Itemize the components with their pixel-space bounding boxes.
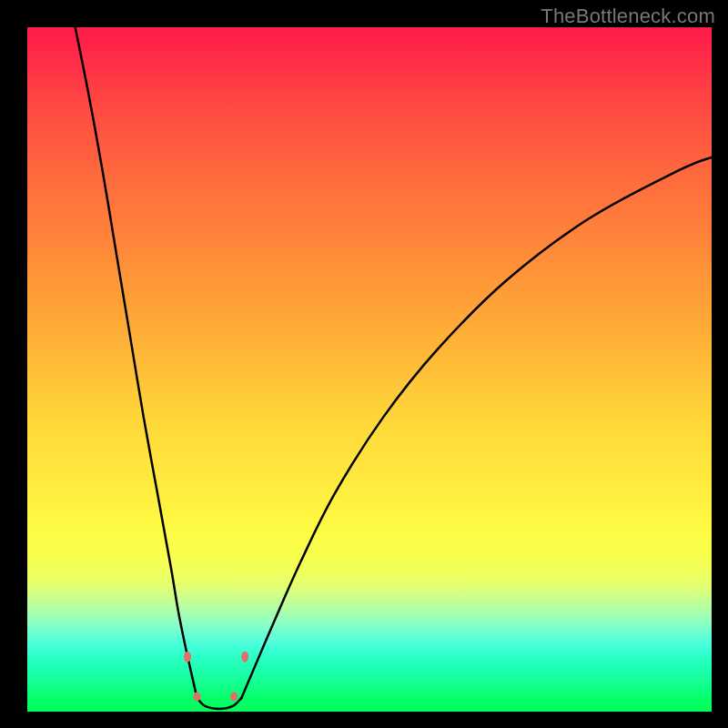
curve-marker bbox=[184, 652, 191, 662]
curve-marker bbox=[193, 692, 200, 701]
plot-area bbox=[27, 27, 712, 712]
left-curve bbox=[76, 27, 197, 698]
curve-layer bbox=[27, 27, 712, 712]
marker-group bbox=[184, 652, 248, 702]
chart-stage: TheBottleneck.com bbox=[0, 0, 728, 728]
curve-marker bbox=[230, 692, 238, 701]
curve-marker bbox=[241, 652, 248, 662]
right-curve bbox=[241, 157, 712, 698]
watermark-text: TheBottleneck.com bbox=[541, 5, 715, 28]
